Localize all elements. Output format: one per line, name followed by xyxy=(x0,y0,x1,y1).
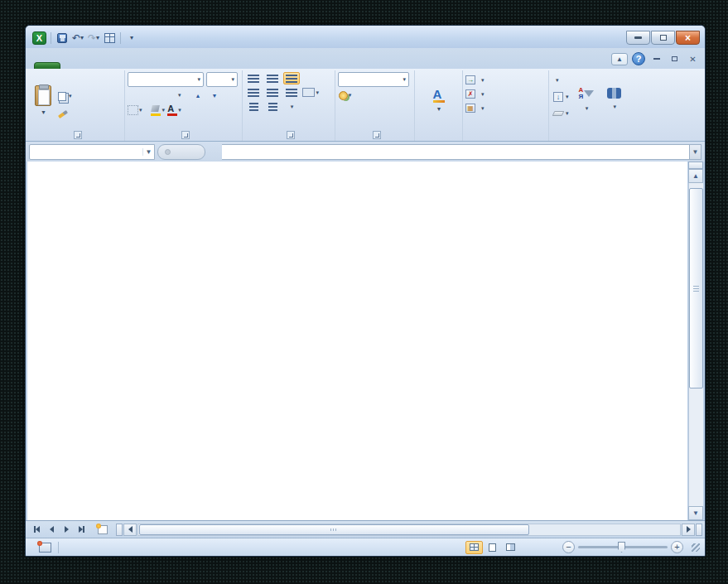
name-box[interactable]: ▼ xyxy=(29,144,155,160)
zoom-in-button[interactable]: + xyxy=(671,541,683,553)
minimize-button[interactable] xyxy=(626,31,650,45)
collapse-ribbon-button[interactable]: ▲ xyxy=(611,53,628,65)
scroll-right-button[interactable] xyxy=(682,524,695,536)
sort-filter-button[interactable]: АЯ ▾ xyxy=(574,71,600,128)
fill-button[interactable]: ↓▾ xyxy=(553,90,569,104)
fill-color-button[interactable]: ▾ xyxy=(151,104,166,117)
comma-style-button[interactable] xyxy=(371,89,385,102)
page-break-view-button[interactable] xyxy=(502,541,519,554)
percent-button[interactable] xyxy=(354,89,369,102)
find-select-button[interactable]: ▾ xyxy=(602,71,626,128)
scroll-left-button[interactable] xyxy=(123,524,137,536)
chevron-down-icon[interactable]: ▼ xyxy=(142,148,154,156)
horizontal-scroll-thumb[interactable] xyxy=(139,524,529,535)
tab-file[interactable] xyxy=(34,62,60,69)
group-number: ▾ ▾ xyxy=(335,70,415,141)
horizontal-scrollbar[interactable] xyxy=(113,521,705,538)
format-painter-button[interactable] xyxy=(58,105,72,118)
split-handle[interactable] xyxy=(696,524,702,536)
increase-decimal-button[interactable] xyxy=(338,104,352,117)
help-button[interactable]: ? xyxy=(632,52,645,65)
accounting-format-button[interactable]: ▾ xyxy=(338,89,352,102)
font-size-select[interactable]: ▾ xyxy=(206,72,238,87)
merge-center-button[interactable]: ▾ xyxy=(302,86,319,99)
copy-button[interactable]: ▾ xyxy=(58,89,72,103)
vertical-scroll-thumb[interactable] xyxy=(689,188,703,389)
last-sheet-button[interactable] xyxy=(75,524,88,536)
cut-button[interactable] xyxy=(58,74,72,87)
group-styles: A ▼ xyxy=(415,70,463,141)
prev-sheet-button[interactable] xyxy=(45,524,58,536)
zoom-track[interactable] xyxy=(578,546,668,548)
insert-cells-button[interactable]: →▾ xyxy=(465,73,546,87)
underline-button[interactable] xyxy=(161,89,175,102)
dialog-launcher-icon[interactable] xyxy=(74,131,82,139)
orientation-button[interactable] xyxy=(302,72,319,84)
align-middle-button[interactable] xyxy=(264,72,281,84)
dialog-launcher-icon[interactable] xyxy=(181,131,190,139)
record-macro-icon[interactable] xyxy=(39,543,51,553)
next-sheet-button[interactable] xyxy=(60,524,73,536)
resize-grip[interactable] xyxy=(692,543,700,552)
vertical-scrollbar[interactable]: ▲ ▼ xyxy=(688,162,703,520)
decrease-indent-button[interactable] xyxy=(245,100,262,113)
styles-icon: A xyxy=(433,89,445,103)
align-center-button[interactable] xyxy=(264,86,281,99)
ribbon-tab-row: ▲ ? ✕ xyxy=(26,48,705,69)
sheet-nav-buttons xyxy=(26,521,92,538)
number-format-select[interactable]: ▾ xyxy=(338,72,409,87)
split-handle[interactable] xyxy=(688,162,703,169)
italic-button[interactable] xyxy=(144,89,158,102)
align-right-button[interactable] xyxy=(283,86,300,99)
expand-formula-bar-button[interactable]: ▼ xyxy=(690,144,701,160)
dialog-launcher-icon[interactable] xyxy=(287,131,295,139)
grid[interactable] xyxy=(27,162,687,520)
align-left-button[interactable] xyxy=(245,86,262,99)
dialog-launcher-icon[interactable] xyxy=(373,131,381,139)
worksheet-area: ▲ ▼ xyxy=(26,162,705,520)
workbook-restore-button[interactable] xyxy=(668,53,682,65)
restore-icon xyxy=(672,56,677,61)
delete-cells-button[interactable]: ✗▾ xyxy=(465,87,546,101)
paste-button[interactable]: ▼ xyxy=(30,71,56,128)
bold-button[interactable] xyxy=(128,89,142,102)
shrink-font-button[interactable]: ▼ xyxy=(208,89,222,102)
decrease-decimal-button[interactable] xyxy=(354,104,369,117)
autosum-button[interactable]: ▾ xyxy=(553,74,569,87)
split-handle[interactable] xyxy=(116,524,123,536)
clear-button[interactable]: ▾ xyxy=(553,107,569,120)
scroll-down-button[interactable]: ▼ xyxy=(688,506,703,520)
scroll-up-button[interactable]: ▲ xyxy=(688,169,703,183)
page-layout-view-button[interactable] xyxy=(484,541,501,554)
undo-button[interactable]: ↶▾ xyxy=(71,31,84,45)
font-color-button[interactable]: A▾ xyxy=(167,104,181,117)
first-sheet-button[interactable] xyxy=(30,524,43,536)
zoom-out-button[interactable]: − xyxy=(562,541,575,553)
styles-button[interactable]: A ▼ xyxy=(428,71,450,128)
horizontal-scroll-track[interactable] xyxy=(137,524,681,536)
vertical-scroll-track[interactable] xyxy=(688,183,703,506)
table-tool-button[interactable] xyxy=(103,31,116,45)
workbook-minimize-button[interactable] xyxy=(649,53,663,65)
font-name-select[interactable]: ▾ xyxy=(128,72,204,87)
redo-button[interactable]: ↷▾ xyxy=(87,31,100,45)
group-clipboard: ▼ ▾ xyxy=(27,70,125,141)
zoom-thumb[interactable] xyxy=(618,542,625,553)
align-top-button[interactable] xyxy=(245,72,262,84)
insert-sheet-button[interactable] xyxy=(92,521,113,538)
increase-indent-button[interactable] xyxy=(264,100,281,113)
excel-logo-icon[interactable]: X xyxy=(32,31,46,45)
close-button[interactable]: × xyxy=(676,31,700,45)
grow-font-button[interactable]: ▲ xyxy=(191,89,205,102)
workbook-close-button[interactable]: ✕ xyxy=(686,53,700,65)
align-bottom-button[interactable] xyxy=(283,72,300,84)
window-controls: × xyxy=(626,31,700,45)
restore-button[interactable] xyxy=(651,31,675,45)
format-cells-button[interactable]: ▦▾ xyxy=(465,101,546,115)
borders-button[interactable]: ▾ xyxy=(128,104,142,117)
customize-qat-button[interactable]: ▾ xyxy=(125,31,138,45)
wrap-text-button[interactable]: ▾ xyxy=(283,100,300,113)
normal-view-button[interactable] xyxy=(465,541,483,554)
save-button[interactable] xyxy=(55,31,69,45)
formula-input[interactable] xyxy=(222,144,690,160)
